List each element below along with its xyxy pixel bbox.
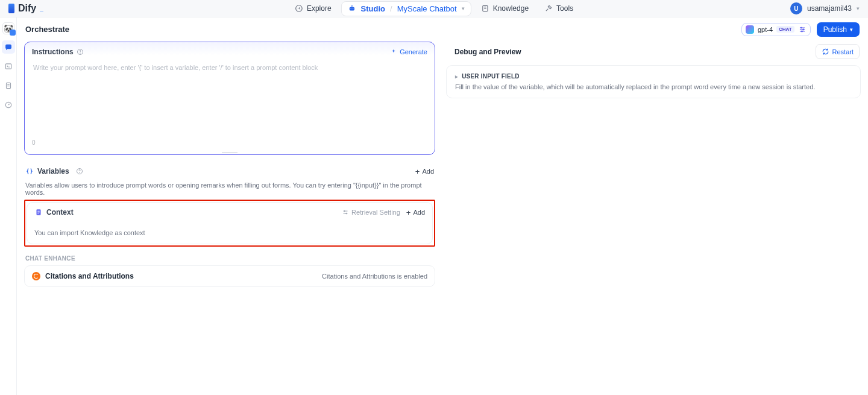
svg-rect-10 bbox=[5, 64, 11, 69]
citations-icon bbox=[32, 272, 40, 280]
model-mode-badge: CHAT bbox=[776, 26, 794, 33]
chat-enhance-label: CHAT ENHANCE bbox=[24, 253, 435, 265]
publish-button[interactable]: Publish ▾ bbox=[817, 22, 860, 37]
retrieval-label: Retrieval Setting bbox=[351, 209, 400, 216]
context-highlight: Context Retrieval Setting + Add bbox=[24, 200, 435, 247]
refresh-icon bbox=[822, 48, 829, 55]
topbar: Dify_ Explore Studio / MyScale Chatbot ▾… bbox=[0, 0, 868, 17]
nav-knowledge-label: Knowledge bbox=[493, 4, 529, 13]
generate-button[interactable]: Generate bbox=[390, 48, 427, 55]
restart-button[interactable]: Restart bbox=[816, 44, 860, 59]
context-body: You can import Knowledge as context bbox=[27, 222, 432, 244]
help-icon[interactable] bbox=[77, 48, 84, 55]
braces-icon bbox=[25, 167, 34, 175]
chat-icon bbox=[4, 43, 13, 51]
add-variable-button[interactable]: + Add bbox=[415, 168, 434, 175]
logo-mark-icon bbox=[8, 4, 14, 13]
instructions-title: Instructions bbox=[32, 48, 74, 56]
add-context-button[interactable]: + Add bbox=[406, 209, 425, 216]
svg-rect-27 bbox=[37, 211, 40, 212]
left-pane: Instructions Generate 0 bbox=[17, 42, 442, 395]
avatar[interactable]: U bbox=[790, 2, 802, 14]
svg-rect-5 bbox=[351, 5, 352, 7]
citations-card[interactable]: Citations and Attributions Citations and… bbox=[24, 265, 435, 287]
terminal-icon bbox=[4, 62, 13, 71]
context-card: Context Retrieval Setting + Add bbox=[27, 202, 433, 244]
variables-description: Variables allow users to introduce promp… bbox=[24, 177, 435, 200]
nav-studio[interactable]: Studio / MyScale Chatbot ▾ bbox=[341, 1, 471, 16]
compass-icon bbox=[295, 4, 303, 13]
plus-icon: + bbox=[415, 168, 420, 175]
svg-point-23 bbox=[80, 53, 80, 54]
hammer-icon bbox=[544, 4, 553, 13]
main: Orchestrate gpt-4 CHAT Publish ▾ bbox=[17, 17, 868, 395]
svg-rect-2 bbox=[350, 7, 354, 11]
sliders-icon bbox=[798, 25, 807, 34]
sidebar-item-orchestrate[interactable] bbox=[2, 40, 15, 54]
citations-title: Citations and Attributions bbox=[45, 272, 134, 280]
help-icon[interactable] bbox=[76, 168, 83, 175]
app-switcher[interactable]: 🐼 bbox=[2, 22, 14, 34]
svg-point-25 bbox=[79, 172, 80, 173]
resize-handle[interactable] bbox=[25, 151, 435, 154]
nav-knowledge[interactable]: Knowledge bbox=[475, 1, 535, 16]
nav-explore[interactable]: Explore bbox=[289, 1, 338, 16]
sidebar-item-logs[interactable] bbox=[2, 79, 15, 92]
svg-rect-29 bbox=[37, 213, 39, 213]
chevron-down-icon: ▾ bbox=[850, 27, 853, 33]
header-right: gpt-4 CHAT Publish ▾ bbox=[741, 22, 860, 37]
right-pane: Debug and Preview Restart ▸ USER INPUT F… bbox=[442, 42, 868, 395]
char-count: 0 bbox=[25, 139, 435, 151]
gauge-icon bbox=[4, 101, 13, 109]
sidebar-item-api[interactable] bbox=[2, 60, 15, 73]
brand-caret: _ bbox=[40, 5, 43, 12]
username: usamajamil43 bbox=[807, 4, 852, 13]
split-panes: Instructions Generate 0 bbox=[17, 42, 868, 395]
sidebar-item-overview[interactable] bbox=[2, 98, 15, 112]
chevron-down-icon: ▾ bbox=[462, 5, 465, 11]
nav-chatbot-name: MyScale Chatbot bbox=[397, 4, 457, 13]
user-input-description: Fill in the value of the variable, which… bbox=[455, 83, 852, 90]
svg-point-20 bbox=[803, 29, 804, 30]
model-selector[interactable]: gpt-4 CHAT bbox=[741, 23, 811, 36]
document-icon bbox=[34, 208, 43, 216]
brand-name: Dify bbox=[18, 3, 36, 14]
chevron-right-icon: ▸ bbox=[455, 74, 458, 80]
prompt-textarea[interactable] bbox=[26, 62, 433, 137]
svg-marker-1 bbox=[298, 7, 301, 10]
preview-title: Debug and Preview bbox=[454, 48, 521, 56]
user-input-card[interactable]: ▸ USER INPUT FIELD Fill in the value of … bbox=[446, 65, 861, 98]
nav-studio-label: Studio bbox=[361, 4, 385, 13]
page-title: Orchestrate bbox=[25, 25, 69, 34]
variables-section: Variables + Add Variables allow users to… bbox=[24, 162, 435, 200]
robot-icon bbox=[348, 4, 356, 13]
instructions-head: Instructions Generate bbox=[25, 42, 435, 62]
svg-point-32 bbox=[344, 210, 345, 212]
sparkle-icon bbox=[390, 48, 397, 55]
sidebar: 🐼 bbox=[0, 17, 17, 395]
svg-point-33 bbox=[346, 213, 347, 214]
settings-icon bbox=[342, 209, 349, 216]
nav-center: Explore Studio / MyScale Chatbot ▾ Knowl… bbox=[289, 1, 579, 16]
model-name: gpt-4 bbox=[758, 26, 773, 33]
document-icon bbox=[4, 81, 13, 90]
svg-point-3 bbox=[350, 8, 351, 9]
user-menu-chevron-icon[interactable]: ▾ bbox=[857, 5, 860, 11]
variables-title: Variables bbox=[37, 167, 69, 175]
nav-tools[interactable]: Tools bbox=[538, 1, 579, 16]
context-title: Context bbox=[46, 208, 74, 216]
user-input-label: USER INPUT FIELD bbox=[462, 73, 519, 80]
add-variable-label: Add bbox=[422, 168, 434, 175]
retrieval-setting-button[interactable]: Retrieval Setting bbox=[342, 209, 400, 216]
generate-label: Generate bbox=[400, 48, 427, 55]
citations-status: Citations and Attributions is enabled bbox=[322, 273, 427, 280]
logo[interactable]: Dify_ bbox=[8, 3, 43, 14]
svg-point-19 bbox=[800, 27, 802, 28]
instructions-card: Instructions Generate 0 bbox=[24, 42, 435, 155]
nav-explore-label: Explore bbox=[307, 4, 332, 13]
svg-point-4 bbox=[353, 8, 353, 9]
preview-header: Debug and Preview Restart bbox=[446, 42, 861, 65]
model-icon bbox=[746, 25, 754, 34]
page-header: Orchestrate gpt-4 CHAT Publish ▾ bbox=[17, 17, 868, 42]
publish-label: Publish bbox=[823, 25, 847, 34]
